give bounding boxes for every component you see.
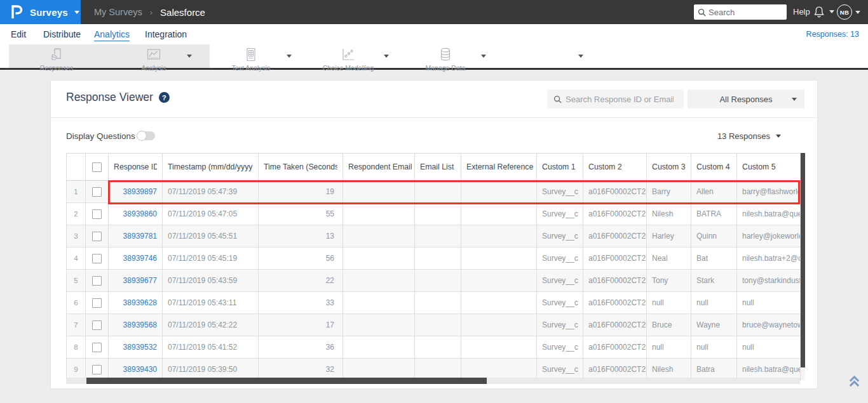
row-checkbox[interactable] (92, 232, 102, 241)
row-checkbox[interactable] (92, 320, 102, 330)
nav-tab-integration[interactable]: Integration (145, 29, 187, 41)
help-icon[interactable]: ? (159, 92, 170, 103)
row-number: 3 (67, 225, 86, 248)
responses-count[interactable]: Responses: 13 (806, 30, 859, 39)
nav-tab-distribute[interactable]: Distribute (43, 29, 81, 41)
col-time-taken[interactable]: Time Taken (Seconds) (259, 154, 343, 181)
col-email-list[interactable]: Email List (415, 154, 461, 181)
vertical-scrollbar-thumb[interactable] (801, 153, 805, 367)
col-custom-5[interactable]: Custom 5 (737, 154, 801, 181)
back-to-top-button[interactable] (848, 374, 861, 391)
chevron-down-icon (855, 11, 860, 14)
col-external-reference[interactable]: External Reference (461, 154, 537, 181)
vertical-scrollbar[interactable] (801, 153, 805, 380)
col-custom-4[interactable]: Custom 4 (691, 154, 737, 181)
table-row[interactable]: 2 38939860 07/11/2019 05:47:05 55 Survey… (67, 203, 801, 225)
all-responses-dropdown[interactable]: All Responses (688, 89, 804, 109)
help-link[interactable]: Help (793, 7, 810, 17)
row-checkbox[interactable] (92, 254, 102, 263)
response-id-link[interactable]: 38939746 (123, 254, 157, 263)
table-row[interactable]: 1 38939897 07/11/2019 05:47:39 19 Survey… (67, 181, 801, 203)
custom4-cell: Bat (691, 248, 737, 270)
chevron-down-icon (776, 135, 781, 138)
response-search-input[interactable] (566, 95, 674, 104)
time-taken-cell: 19 (259, 181, 343, 203)
table-row[interactable]: 7 38939568 07/11/2019 05:42:22 17 Survey… (67, 314, 801, 336)
email-list-cell (415, 314, 461, 336)
table-row[interactable]: 4 38939746 07/11/2019 05:45:19 56 Survey… (67, 248, 801, 270)
breadcrumb-my-surveys[interactable]: My Surveys (94, 7, 142, 17)
display-questions-toggle[interactable] (138, 131, 155, 140)
external-reference-cell (461, 270, 537, 292)
row-checkbox[interactable] (92, 276, 102, 286)
custom5-cell: tony@starkindustr (737, 270, 801, 292)
breadcrumb-separator: › (150, 8, 153, 17)
col-custom-3[interactable]: Custom 3 (647, 154, 691, 181)
custom4-cell: Wayne (691, 314, 737, 336)
timestamp-cell: 07/11/2019 05:47:39 (163, 181, 259, 203)
responses-count-dropdown[interactable]: 13 Responses (717, 131, 781, 141)
custom2-cell: a016F00002CT2LS (583, 336, 647, 359)
row-checkbox[interactable] (92, 298, 102, 308)
response-id-link[interactable]: 38939430 (123, 365, 157, 374)
survey-nav-bar: Edit Distribute Analytics Integration Re… (0, 24, 868, 44)
row-number: 7 (67, 314, 86, 336)
text-analysis-icon (243, 46, 259, 63)
custom4-cell: Allen (691, 181, 737, 203)
response-id-link[interactable]: 38939677 (123, 276, 157, 285)
response-search (547, 89, 684, 109)
custom4-cell: BATRA (691, 203, 737, 225)
response-id-link[interactable]: 38939532 (123, 343, 157, 352)
tool-text-analysis[interactable]: Text Analysis (207, 46, 295, 72)
tool-manage-data[interactable]: Manage Data (401, 46, 490, 72)
col-custom-1[interactable]: Custom 1 (537, 154, 583, 181)
horizontal-scrollbar-thumb[interactable] (86, 378, 487, 384)
breadcrumb-current-survey: Salesforce (160, 7, 205, 18)
custom3-cell: Nilesh (647, 203, 691, 225)
global-search-input[interactable] (709, 8, 778, 17)
product-label: Surveys (30, 7, 68, 18)
time-taken-cell: 13 (259, 225, 343, 248)
response-id-link[interactable]: 38939860 (123, 209, 157, 218)
account-menu[interactable]: NB (837, 4, 860, 20)
surveys-menu[interactable]: Surveys (0, 0, 81, 24)
horizontal-scrollbar[interactable] (66, 378, 800, 384)
tool-choice-modelling[interactable]: Choice Modelling (304, 46, 393, 72)
response-id-link[interactable]: 38939897 (123, 187, 157, 196)
row-checkbox[interactable] (92, 365, 102, 374)
col-response-id[interactable]: Response ID (109, 154, 163, 181)
select-all-checkbox[interactable] (92, 162, 102, 172)
email-list-cell (415, 225, 461, 248)
row-checkbox[interactable] (92, 343, 102, 352)
responses-table: Response ID Timestamp (mm/dd/yyyy) Time … (66, 153, 801, 381)
nav-tab-edit[interactable]: Edit (11, 29, 26, 41)
table-row[interactable]: 3 38939781 07/11/2019 05:45:51 13 Survey… (67, 225, 801, 248)
col-timestamp[interactable]: Timestamp (mm/dd/yyyy) (163, 154, 259, 181)
custom3-cell: Barry (647, 181, 691, 203)
chevron-down-icon (74, 11, 79, 14)
custom3-cell: Neal (647, 248, 691, 270)
response-id-link[interactable]: 38939568 (123, 320, 157, 329)
external-reference-cell (461, 336, 537, 359)
tool-responses[interactable]: Responses (12, 46, 101, 72)
table-row[interactable]: 5 38939677 07/11/2019 05:43:59 22 Survey… (67, 270, 801, 292)
row-number: 2 (67, 203, 86, 225)
table-row[interactable]: 8 38939532 07/11/2019 05:41:52 36 Survey… (67, 336, 801, 359)
custom4-cell: Stark (691, 270, 737, 292)
table-row[interactable]: 6 38939628 07/11/2019 05:43:11 33 Survey… (67, 292, 801, 314)
respondent-email-cell (343, 270, 415, 292)
custom5-cell: bruce@waynetowe (737, 314, 801, 336)
response-id-link[interactable]: 38939781 (123, 232, 157, 241)
col-respondent-email[interactable]: Respondent Email (343, 154, 415, 181)
notifications-menu[interactable] (813, 5, 834, 18)
custom1-cell: Survey__c (537, 270, 583, 292)
response-id-link[interactable]: 38939628 (123, 298, 157, 307)
tool-analysis[interactable]: Analysis (109, 46, 198, 72)
col-custom-2[interactable]: Custom 2 (583, 154, 647, 181)
row-checkbox[interactable] (92, 187, 102, 197)
manage-data-dropdown-caret-icon[interactable] (578, 55, 583, 58)
display-questions-label: Display Questions (66, 131, 135, 141)
page-title: Response Viewer (66, 91, 153, 104)
nav-tab-analytics[interactable]: Analytics (94, 29, 130, 41)
row-checkbox[interactable] (92, 209, 102, 219)
